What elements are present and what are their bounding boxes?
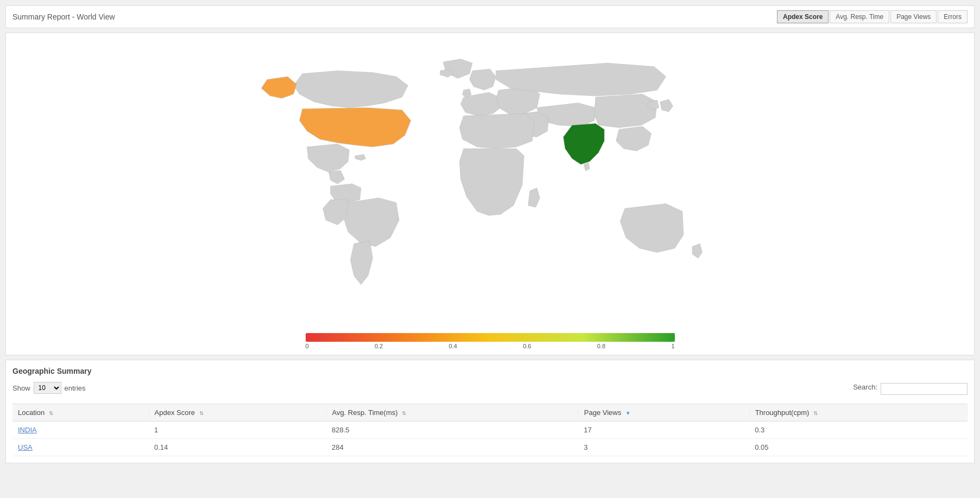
color-legend-wrapper: 0 0.2 0.4 0.6 0.8 1: [11, 333, 969, 349]
page-title: Summary Report - World View: [12, 12, 115, 21]
top-bar: Summary Report - World View Apdex Score …: [5, 5, 975, 28]
map-container: 0 0.2 0.4 0.6 0.8 1: [5, 33, 975, 355]
cell-throughput-india: 0.3: [749, 422, 967, 439]
col-throughput[interactable]: Throughput(cpm) ⇅: [749, 404, 967, 422]
legend-labels: 0 0.2 0.4 0.6 0.8 1: [306, 343, 675, 349]
cell-resp-india: 828.5: [326, 422, 578, 439]
legend-label-5: 1: [671, 343, 674, 349]
header-row: Location ⇅ Apdex Score ⇅ Avg. Resp. Time…: [12, 404, 968, 422]
geo-summary-table: Location ⇅ Apdex Score ⇅ Avg. Resp. Time…: [12, 404, 968, 456]
cell-pageviews-india: 17: [578, 422, 749, 439]
entries-select[interactable]: 10 25 50 100: [34, 382, 61, 394]
sort-icon-throughput: ⇅: [813, 410, 818, 416]
table-header: Location ⇅ Apdex Score ⇅ Avg. Resp. Time…: [12, 404, 968, 422]
view-buttons: Apdex Score Avg. Resp. Time Page Views E…: [777, 10, 968, 23]
search-bar: Search:: [853, 383, 968, 395]
sort-icon-avg-resp: ⇅: [402, 410, 406, 416]
legend-gradient-bar: [306, 333, 675, 342]
legend-label-0: 0: [306, 343, 309, 349]
cell-apdex-india: 1: [149, 422, 326, 439]
search-input[interactable]: [881, 383, 968, 395]
search-label: Search:: [853, 383, 877, 395]
show-entries-control: Show 10 25 50 100 entries: [12, 382, 86, 394]
geo-summary-section: Geographic Summary Show 10 25 50 100 ent…: [5, 360, 975, 463]
world-map: [11, 39, 969, 331]
errors-button[interactable]: Errors: [938, 10, 968, 23]
cell-apdex-usa: 0.14: [149, 439, 326, 456]
col-location[interactable]: Location ⇅: [12, 404, 149, 422]
cell-resp-usa: 284: [326, 439, 578, 456]
cell-location-india: INDIA: [12, 422, 149, 439]
sort-icon-apdex: ⇅: [199, 410, 204, 416]
entries-label: entries: [65, 384, 86, 392]
legend-label-3: 0.6: [523, 343, 531, 349]
col-apdex-score[interactable]: Apdex Score ⇅: [149, 404, 326, 422]
cell-location-usa: USA: [12, 439, 149, 456]
avg-resp-time-button[interactable]: Avg. Resp. Time: [830, 10, 889, 23]
col-avg-resp-time[interactable]: Avg. Resp. Time(ms) ⇅: [326, 404, 578, 422]
sort-icon-location: ⇅: [49, 410, 53, 416]
apdex-score-button[interactable]: Apdex Score: [777, 10, 829, 23]
cell-pageviews-usa: 3: [578, 439, 749, 456]
table-row: INDIA 1 828.5 17 0.3: [12, 422, 968, 439]
show-label: Show: [12, 384, 30, 392]
legend-label-4: 0.8: [597, 343, 605, 349]
legend-label-2: 0.4: [449, 343, 457, 349]
usa-link[interactable]: USA: [18, 443, 33, 451]
geo-summary-title: Geographic Summary: [12, 367, 968, 375]
main-container: Summary Report - World View Apdex Score …: [0, 0, 980, 498]
india-link[interactable]: INDIA: [18, 426, 37, 434]
sort-icon-page-views: ▼: [625, 410, 631, 416]
col-page-views[interactable]: Page Views ▼: [578, 404, 749, 422]
page-views-button[interactable]: Page Views: [890, 10, 937, 23]
table-body: INDIA 1 828.5 17 0.3 USA 0.14 284 3 0.05: [12, 422, 968, 456]
table-controls: Show 10 25 50 100 entries Search:: [12, 382, 968, 399]
cell-throughput-usa: 0.05: [749, 439, 967, 456]
table-row: USA 0.14 284 3 0.05: [12, 439, 968, 456]
legend-label-1: 0.2: [375, 343, 383, 349]
